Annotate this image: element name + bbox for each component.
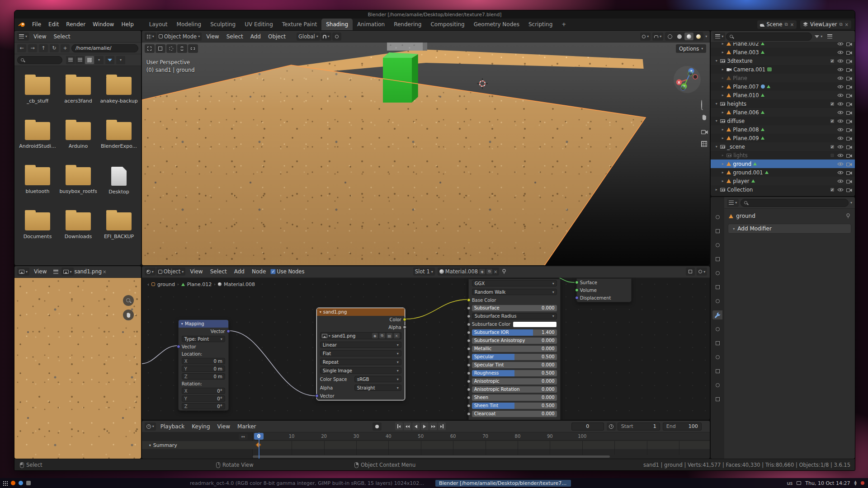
file-search-input[interactable] — [17, 56, 62, 64]
viewport-canvas[interactable]: User Perspective (0) sand1 | ground Opti… — [142, 42, 710, 265]
use-nodes-checkbox[interactable]: ✓ — [270, 269, 276, 274]
outliner-search-input[interactable] — [726, 33, 812, 41]
visibility-eye-icon[interactable] — [837, 119, 844, 123]
viewport-pan-icon[interactable] — [701, 114, 707, 122]
expand-arrow-icon[interactable]: ▸ — [721, 127, 725, 131]
file-item-bluetooth[interactable]: bluetooth — [17, 163, 58, 208]
nav-back-button[interactable]: ← — [17, 44, 26, 52]
file-item-acers3fand[interactable]: acers3fand — [58, 72, 99, 117]
viewport-camera-icon[interactable] — [701, 127, 708, 136]
add-modifier-button[interactable]: ▾ Add Modifier — [728, 224, 851, 234]
previous-keyframe-button[interactable] — [404, 422, 411, 430]
start-frame-field[interactable]: Start1 — [618, 422, 660, 431]
render-visibility-camera-icon[interactable] — [846, 136, 852, 141]
workspace-tab-compositing[interactable]: Compositing — [426, 19, 469, 30]
firefox-icon[interactable] — [11, 481, 15, 485]
shading-rendered-button[interactable] — [694, 33, 703, 40]
file-item-documents[interactable]: Documents — [17, 208, 58, 253]
render-visibility-camera-icon[interactable] — [846, 170, 852, 175]
expand-arrow-icon[interactable]: ▸ — [721, 67, 725, 71]
unlink-image-button[interactable]: × — [394, 333, 400, 338]
menu-select[interactable]: Select — [207, 267, 231, 276]
menu-help[interactable]: Help — [118, 20, 137, 28]
visibility-eye-icon[interactable] — [837, 50, 844, 55]
source-dropdown[interactable]: Single Image▾ — [320, 367, 401, 374]
render-visibility-camera-icon[interactable] — [846, 127, 852, 132]
workspace-tab-geometry-nodes[interactable]: Geometry Nodes — [469, 19, 524, 30]
collection-checkbox[interactable]: ✓ — [830, 153, 835, 158]
file-item-anakey-backup[interactable]: anakey-backup — [99, 72, 139, 117]
properties-tab-material[interactable] — [712, 380, 722, 389]
expand-arrow-icon[interactable]: ▸ — [721, 76, 725, 80]
shading-wireframe-button[interactable] — [665, 33, 675, 40]
file-item-busybox-rootfs[interactable]: busybox_rootfs — [58, 163, 99, 208]
prop-sheen-tint-slider[interactable]: Sheen Tint0.500 — [472, 403, 557, 409]
properties-tab-scene[interactable] — [712, 268, 722, 277]
prop-input-socket[interactable] — [467, 388, 471, 391]
file-item-desktop[interactable]: Desktop — [99, 163, 139, 208]
color-output-socket[interactable] — [403, 318, 406, 321]
render-visibility-camera-icon[interactable] — [846, 119, 852, 123]
outliner-row-ground-001[interactable]: ▸ ground.001 — [711, 168, 855, 177]
collection-checkbox[interactable]: ✓ — [830, 188, 835, 192]
prop-input-socket[interactable] — [467, 339, 471, 343]
end-frame-field[interactable]: End100 — [663, 422, 702, 431]
zoom-handle-icon[interactable]: ↔ — [239, 434, 248, 440]
expand-arrow-icon[interactable]: ▸ — [721, 136, 725, 140]
material-output-node[interactable]: Surface Volume Displacement — [576, 278, 632, 302]
render-visibility-camera-icon[interactable] — [846, 67, 852, 72]
create-directory-button[interactable]: + — [61, 44, 70, 52]
properties-tab-modifiers[interactable] — [712, 310, 722, 319]
taskbar-blender-window[interactable]: Blender [/home/amalie/Desktop/blender/te… — [435, 480, 571, 487]
keyboard-layout-indicator[interactable]: us — [787, 480, 793, 486]
add-workspace-button[interactable]: + — [558, 21, 570, 28]
visibility-eye-icon[interactable] — [837, 93, 844, 98]
menu-window[interactable]: Window — [89, 20, 118, 28]
render-visibility-camera-icon[interactable] — [846, 102, 852, 106]
menu-add[interactable]: Add — [247, 33, 264, 41]
properties-tab-object-data[interactable] — [712, 366, 722, 375]
properties-tab-tool[interactable] — [712, 212, 722, 221]
mode-dropdown[interactable]: Object Mode▾ — [157, 33, 202, 41]
visibility-eye-icon[interactable] — [837, 110, 844, 115]
overlay-node-button[interactable]: ▾ — [697, 267, 707, 276]
rotation-y-field[interactable]: Y0° — [182, 395, 225, 402]
outliner-row-lights[interactable]: ▸ lights ✓ — [711, 151, 855, 160]
player-cube-mesh[interactable] — [383, 58, 412, 103]
image-canvas-sand1[interactable] — [14, 278, 141, 459]
visibility-eye-icon[interactable] — [837, 76, 844, 80]
play-button[interactable] — [421, 422, 429, 430]
menu-select[interactable]: Select — [50, 33, 74, 41]
shading-material-button[interactable] — [684, 33, 693, 40]
location-y-field[interactable]: Y0 m — [182, 366, 225, 372]
visibility-eye-icon[interactable] — [837, 136, 844, 141]
view-layer-new-icon[interactable]: ⧉ — [839, 22, 842, 27]
workspace-tab-rendering[interactable]: Rendering — [389, 19, 426, 30]
visibility-eye-icon[interactable] — [837, 127, 844, 132]
alpha-mode-dropdown[interactable]: Straight▾ — [354, 385, 401, 391]
collapse-arrow-icon[interactable]: ‹ — [147, 282, 149, 287]
expand-arrow-icon[interactable]: ▸ — [721, 93, 725, 97]
subsurface-method-dropdown[interactable]: Random Walk▾ — [472, 289, 557, 295]
snap-node-button[interactable] — [686, 267, 695, 276]
window-titlebar[interactable]: Blender [/home/amalie/Desktop/blender/te… — [14, 10, 855, 19]
properties-tab-view-layer[interactable] — [712, 254, 722, 263]
new-image-button[interactable]: ⧉ — [379, 333, 385, 338]
visibility-eye-icon[interactable] — [837, 179, 844, 183]
panel-arrows-icon[interactable]: ▲▼ — [854, 480, 857, 486]
pin-icon[interactable] — [502, 269, 506, 274]
volume-input-socket[interactable] — [575, 288, 579, 292]
menu-edit[interactable]: Edit — [45, 20, 62, 28]
menu-add[interactable]: Add — [231, 267, 248, 276]
expand-arrow-icon[interactable]: ▾ — [714, 145, 718, 149]
terminal-icon[interactable] — [26, 481, 31, 485]
prop-roughness-slider[interactable]: Roughness0.500 — [472, 370, 557, 376]
menu-file[interactable]: File — [28, 20, 45, 28]
expand-arrow-icon[interactable]: ▾ — [714, 119, 718, 123]
vector-output-socket[interactable] — [226, 329, 230, 333]
editor-type-button[interactable]: ▾ — [17, 267, 29, 276]
nav-up-button[interactable]: ↑ — [39, 44, 48, 52]
base-color-input-socket[interactable] — [467, 298, 471, 302]
expand-arrow-icon[interactable]: ▸ — [721, 162, 725, 166]
prop-anisotropic-rotation-slider[interactable]: Anisotropic Rotation0.000 — [472, 386, 557, 393]
